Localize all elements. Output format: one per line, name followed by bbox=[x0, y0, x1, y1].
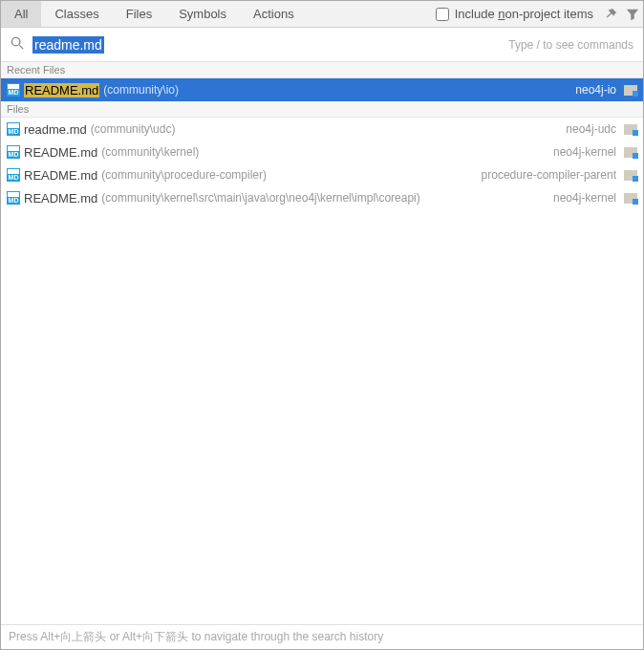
section-recent-files: Recent Files bbox=[1, 62, 643, 78]
folder-icon bbox=[624, 85, 637, 96]
pin-icon[interactable] bbox=[601, 1, 622, 27]
search-icon bbox=[11, 36, 25, 54]
footer-hint: Press Alt+向上箭头 or Alt+向下箭头 to navigate t… bbox=[9, 629, 383, 645]
result-row[interactable]: MD README.md (community\kernel\src\main\… bbox=[1, 186, 643, 209]
result-path: (community\kernel\src\main\java\org\neo4… bbox=[101, 191, 419, 205]
markdown-icon: MD bbox=[7, 145, 20, 159]
result-path: (community\procedure-compiler) bbox=[101, 168, 267, 182]
markdown-icon: MD bbox=[7, 168, 20, 182]
markdown-icon: MD bbox=[7, 83, 20, 97]
toolbar: All Classes Files Symbols Actions Includ… bbox=[1, 1, 643, 28]
svg-point-0 bbox=[11, 37, 19, 45]
filter-icon[interactable] bbox=[622, 1, 643, 27]
search-row: readme.md Type / to see commands bbox=[1, 28, 643, 62]
folder-icon bbox=[624, 170, 637, 181]
search-input[interactable]: readme.md bbox=[32, 36, 104, 54]
result-filename: README.md bbox=[24, 145, 97, 160]
result-module: neo4j-kernel bbox=[553, 191, 616, 205]
result-path: (community\kernel) bbox=[101, 145, 199, 159]
result-filename: README.md bbox=[24, 168, 97, 183]
include-checkbox[interactable] bbox=[436, 8, 449, 21]
markdown-icon: MD bbox=[7, 122, 20, 136]
result-module: neo4j-io bbox=[575, 83, 616, 97]
result-row[interactable]: MD README.md (community\procedure-compil… bbox=[1, 163, 643, 186]
tab-all[interactable]: All bbox=[1, 1, 41, 27]
result-module: neo4j-kernel bbox=[553, 145, 616, 159]
search-hint: Type / to see commands bbox=[508, 38, 633, 52]
results-area: Recent Files MD README.md (community\io)… bbox=[1, 62, 643, 624]
result-path: (community\udc) bbox=[91, 122, 176, 136]
result-path: (community\io) bbox=[103, 83, 179, 97]
folder-icon bbox=[624, 193, 637, 204]
markdown-icon: MD bbox=[7, 191, 20, 205]
result-filename: readme.md bbox=[24, 122, 87, 137]
result-row[interactable]: MD README.md (community\io) neo4j-io bbox=[1, 78, 643, 101]
result-filename: README.md bbox=[24, 191, 97, 206]
include-label: Include non-project items bbox=[455, 7, 593, 21]
result-module: neo4j-udc bbox=[566, 122, 616, 136]
tabs: All Classes Files Symbols Actions bbox=[1, 1, 308, 27]
result-filename: README.md bbox=[24, 83, 99, 98]
tab-actions[interactable]: Actions bbox=[240, 1, 308, 27]
folder-icon bbox=[624, 124, 637, 135]
tab-files[interactable]: Files bbox=[113, 1, 165, 27]
include-non-project[interactable]: Include non-project items bbox=[436, 1, 601, 27]
tab-symbols[interactable]: Symbols bbox=[165, 1, 240, 27]
section-files: Files bbox=[1, 101, 643, 118]
folder-icon bbox=[624, 147, 637, 158]
svg-line-1 bbox=[19, 45, 23, 49]
footer: Press Alt+向上箭头 or Alt+向下箭头 to navigate t… bbox=[1, 624, 643, 649]
result-module: procedure-compiler-parent bbox=[482, 168, 616, 182]
result-row[interactable]: MD README.md (community\kernel) neo4j-ke… bbox=[1, 141, 643, 163]
tab-classes[interactable]: Classes bbox=[41, 1, 112, 27]
result-row[interactable]: MD readme.md (community\udc) neo4j-udc bbox=[1, 118, 643, 141]
